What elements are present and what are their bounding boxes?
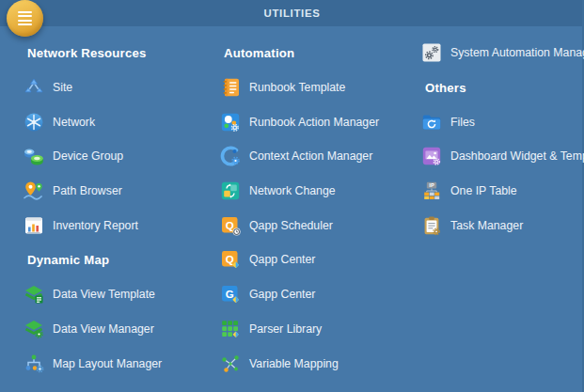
utility-item-context-action-manager[interactable]: Context Action Manager — [219, 139, 417, 174]
inventory-report-icon — [23, 214, 45, 237]
utility-item-label: Site — [53, 81, 72, 94]
utility-item-label: Device Group — [53, 149, 123, 163]
svg-text:Q: Q — [226, 219, 234, 230]
utility-item-label: Dashboard Widget & Template — [450, 149, 584, 163]
utility-item-qapp-scheduler[interactable]: Q Qapp Scheduler — [219, 208, 417, 243]
utility-item-label: Parser Library — [249, 322, 322, 336]
utilities-page: UTILITIES Network Resources Site — [0, 0, 584, 392]
utility-item-runbook-template[interactable]: Runbook Template — [219, 71, 417, 105]
top-bar: UTILITIES — [0, 0, 584, 26]
utility-item-files[interactable]: Files — [420, 104, 582, 139]
utility-item-label: Runbook Template — [249, 81, 345, 94]
column-automation: Automation — [219, 26, 417, 381]
utility-item-inventory-report[interactable]: Inventory Report — [23, 208, 213, 243]
path-browser-icon — [23, 180, 45, 202]
utility-item-map-layout-manager[interactable]: Map Layout Manager — [23, 346, 213, 381]
utility-item-label: Data View Template — [53, 288, 155, 301]
utility-item-label: Files — [450, 116, 475, 129]
utility-item-label: One IP Table — [450, 184, 517, 197]
page-title: UTILITIES — [0, 0, 584, 26]
svg-text:Q: Q — [226, 254, 234, 265]
utility-item-label: Network — [53, 116, 95, 129]
utility-item-label: Inventory Report — [53, 219, 138, 232]
utility-item-system-automation-manager[interactable]: System Automation Manager — [420, 36, 582, 71]
utility-item-label: Context Action Manager — [249, 149, 372, 163]
utility-item-label: Gapp Center — [249, 288, 315, 301]
gapp-center-icon: G — [219, 283, 242, 306]
dashboard-widget-template-icon — [420, 145, 443, 167]
utility-item-label: Network Change — [249, 184, 336, 197]
utility-item-label: Qapp Scheduler — [249, 219, 333, 232]
variable-mapping-icon — [219, 353, 242, 375]
hamburger-icon — [18, 11, 32, 25]
utility-item-task-manager[interactable]: Task Manager — [420, 208, 582, 243]
utility-item-network[interactable]: Network — [23, 104, 213, 139]
section-header-network-resources: Network Resources — [23, 36, 213, 71]
main-menu-button[interactable] — [7, 0, 43, 37]
device-group-icon — [23, 145, 45, 167]
utility-item-label: Task Manager — [450, 219, 523, 232]
runbook-template-icon — [219, 76, 242, 99]
utility-item-runbook-action-manager[interactable]: Runbook Action Manager — [219, 104, 417, 139]
svg-text:IP: IP — [429, 182, 434, 188]
utility-item-data-view-template[interactable]: Data View Template — [23, 277, 213, 312]
utility-item-label: Qapp Center — [249, 253, 315, 266]
site-icon — [23, 76, 45, 99]
utility-item-parser-library[interactable]: Parser Library — [219, 312, 417, 347]
data-view-template-icon — [23, 283, 45, 306]
utility-item-site[interactable]: Site — [23, 71, 213, 105]
map-layout-manager-icon — [23, 353, 45, 375]
qapp-center-icon: Q — [219, 248, 242, 271]
utility-item-label: Variable Mapping — [249, 357, 339, 370]
qapp-scheduler-icon: Q — [219, 214, 242, 237]
utility-item-label: Path Browser — [53, 184, 122, 197]
context-action-manager-icon — [219, 145, 242, 167]
utility-item-gapp-center[interactable]: G Gapp Center — [219, 277, 417, 312]
runbook-action-manager-icon — [219, 111, 242, 133]
files-icon — [420, 111, 443, 133]
utility-item-one-ip-table[interactable]: IP One IP Table — [420, 174, 582, 209]
network-icon — [23, 111, 45, 133]
data-view-manager-icon — [23, 318, 45, 340]
utility-item-data-view-manager[interactable]: Data View Manager — [23, 312, 213, 347]
parser-library-icon — [219, 318, 242, 340]
utility-item-network-change[interactable]: Network Change — [219, 174, 417, 209]
section-header-automation: Automation — [219, 36, 417, 71]
one-ip-table-icon: IP — [420, 180, 443, 202]
utility-item-dashboard-widget-template[interactable]: Dashboard Widget & Template — [420, 139, 582, 174]
utility-item-label: Map Layout Manager — [53, 357, 162, 370]
utility-item-variable-mapping[interactable]: Variable Mapping — [219, 346, 417, 381]
task-manager-icon — [420, 214, 443, 237]
column-others: System Automation Manager Others Files — [420, 26, 582, 243]
utility-item-label: System Automation Manager — [450, 46, 584, 59]
system-automation-manager-icon — [420, 41, 443, 64]
section-header-others: Others — [420, 71, 582, 105]
section-header-dynamic-map: Dynamic Map — [23, 243, 213, 277]
utility-item-label: Data View Manager — [53, 322, 154, 336]
network-change-icon — [219, 180, 242, 202]
column-network-resources: Network Resources Site — [23, 26, 213, 381]
utility-item-path-browser[interactable]: Path Browser — [23, 174, 213, 209]
utility-item-label: Runbook Action Manager — [249, 116, 379, 129]
utility-item-device-group[interactable]: Device Group — [23, 139, 213, 174]
utility-item-qapp-center[interactable]: Q Qapp Center — [219, 243, 417, 277]
svg-text:G: G — [226, 289, 234, 300]
